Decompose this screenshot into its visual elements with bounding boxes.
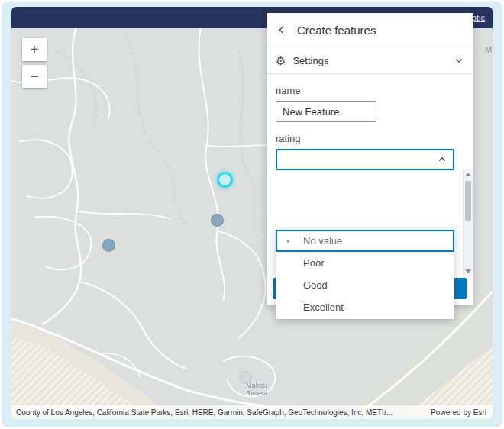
attribution-bar: County of Los Angeles, California State … — [11, 405, 493, 419]
zoom-control: + − — [22, 38, 47, 92]
place-label: Mahou Riviera — [230, 382, 283, 397]
edge-map-label: M — [485, 45, 492, 54]
panel-header: Create features — [267, 13, 473, 47]
settings-section-toggle[interactable]: ⚙ Settings — [267, 47, 473, 74]
zoom-in-button[interactable]: + — [22, 38, 47, 61]
panel-scrollbar[interactable] — [463, 169, 473, 276]
powered-by-esri: Powered by Esri — [429, 408, 488, 417]
name-field-label: name — [276, 85, 454, 96]
name-input[interactable] — [276, 101, 376, 122]
scroll-down-arrow-icon[interactable] — [464, 266, 473, 276]
back-button[interactable] — [267, 13, 297, 47]
dropdown-option-poor[interactable]: Poor — [276, 252, 454, 274]
create-features-panel: Create features ⚙ Settings name rating ● — [267, 13, 473, 305]
feature-marker[interactable] — [102, 239, 115, 252]
dropdown-option-no-value[interactable]: ● No value — [276, 230, 454, 252]
selected-feature-marker[interactable] — [217, 172, 233, 188]
rating-combobox[interactable] — [276, 149, 454, 170]
dropdown-option-excellent[interactable]: Excellent — [276, 296, 454, 318]
settings-label: Settings — [292, 55, 328, 66]
app-frame: GeoBlazor by dymaptic — [2, 2, 502, 427]
rating-dropdown: ● No value Poor Good Excellent — [276, 229, 454, 319]
panel-title: Create features — [297, 24, 376, 37]
chevron-up-icon — [438, 155, 447, 164]
attribution-text: County of Los Angeles, California State … — [16, 408, 422, 417]
zoom-out-button[interactable]: − — [22, 65, 47, 88]
scroll-up-arrow-icon[interactable] — [464, 169, 473, 179]
rating-field-label: rating — [276, 133, 454, 144]
chevron-left-icon — [276, 24, 287, 35]
bullet-icon: ● — [286, 238, 303, 244]
feature-form: name rating ● No value Poor Good — [267, 74, 473, 278]
dropdown-option-good[interactable]: Good — [276, 274, 454, 296]
chevron-down-icon — [454, 56, 464, 65]
feature-marker[interactable] — [211, 214, 224, 227]
gear-icon: ⚙ — [276, 55, 286, 66]
scrollbar-thumb[interactable] — [465, 181, 471, 221]
